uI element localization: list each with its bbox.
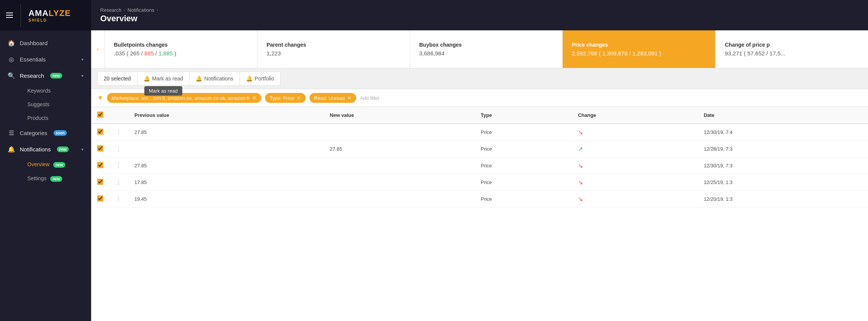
row-type: Price [475,157,572,174]
row-prev-value: 19.45 [128,191,324,208]
sidebar-item-settings[interactable]: Settings new [20,172,91,186]
sidebar: AMALYZE SHIELD 🏠 Dashboard ◎ Essentials … [0,0,91,321]
row-date: 12/30/19, 7:3 [698,157,868,174]
table-header-type[interactable]: Type [475,107,572,124]
row-type: Price [475,141,572,157]
topbar: Research › Notifications › Overview [91,0,868,30]
row-new-value [324,157,475,174]
stat-parent[interactable]: Parent changes 1,223 [257,30,410,68]
filter-marketplace-close[interactable]: ✕ [252,95,257,101]
select-all-checkbox[interactable] [97,112,103,118]
add-filter-button[interactable]: Add filter [360,95,379,101]
sidebar-item-label: Suggests [27,101,49,107]
filter-read-close[interactable]: ✕ [347,95,352,101]
row-prev-value: 17.85 [128,174,324,191]
stat-price[interactable]: Price changes 2,592,769 ( 1,309,678 / 1,… [563,30,715,68]
sidebar-item-notifications[interactable]: 🔔 Notifications new ▾ [0,141,91,157]
dots-icon[interactable]: ⋮ [115,129,122,135]
row-new-value [324,191,475,208]
selected-count: 20 selected [97,71,137,86]
stat-buybox[interactable]: Buybox changes 3,686,984 [410,30,563,68]
dots-icon[interactable]: ⋮ [115,196,122,202]
row-checkbox[interactable] [97,129,103,135]
row-checkbox-cell[interactable] [91,124,109,141]
row-checkbox[interactable] [97,195,103,201]
row-checkbox[interactable] [97,145,103,151]
row-prev-value: 27.85 [128,124,324,141]
stats-row: ‹ Bulletpoints changes ,035 ( 265 / 885 … [91,30,868,68]
notifications-tab-label: Notifications [204,76,233,82]
stat-change-price[interactable]: Change of price p 93,271 ( 57,652 / 17,5… [715,30,868,68]
breadcrumb-notifications[interactable]: Notifications [128,7,155,13]
breadcrumb-sep-1: › [124,7,125,13]
table-header-checkbox[interactable] [91,107,109,124]
table-header-date[interactable]: Date [698,107,868,124]
row-change: ↗ [572,141,698,157]
stats-prev-button[interactable]: ‹ [91,30,105,68]
table-row: ⋮ 27.85 Price ↘ 12/30/19, 7:4 [91,124,868,141]
sidebar-item-products[interactable]: Products [20,111,91,125]
row-dots-cell[interactable]: ⋮ [109,157,128,174]
row-dots-cell[interactable]: ⋮ [109,174,128,191]
sidebar-item-suggests[interactable]: Suggests [20,98,91,111]
sidebar-item-overview[interactable]: Overview new [20,157,91,172]
table-header-new-value[interactable]: New value [324,107,475,124]
sidebar-item-categories[interactable]: ☰ Categories soon [0,125,91,141]
table-header-change[interactable]: Change [572,107,698,124]
chevron-down-icon: ▾ [81,73,84,79]
stat-price-part1: 1,309,678 [602,50,628,57]
essentials-icon: ◎ [8,56,15,63]
row-checkbox-cell[interactable] [91,174,109,191]
table-header-dots [109,107,128,124]
stat-buybox-value: 3,686,984 [419,50,553,57]
hamburger-menu[interactable] [6,13,13,18]
row-new-value: 27.85 [324,141,475,157]
sidebar-item-label: Notifications [20,146,51,153]
row-change: ↘ [572,157,698,174]
row-checkbox-cell[interactable] [91,191,109,208]
row-prev-value [128,141,324,157]
mark-as-read-button[interactable]: 🔔 Mark as read Mark as read [137,71,190,86]
portfolio-tab-button[interactable]: 🔔 Portfolio [240,71,281,86]
arrow-up-icon: ↗ [578,146,583,152]
row-dots-cell[interactable]: ⋮ [109,141,128,157]
row-checkbox[interactable] [97,179,103,185]
arrow-down-icon: ↘ [578,196,583,202]
stat-bulletpoints[interactable]: Bulletpoints changes ,035 ( 265 / 885 / … [105,30,257,68]
row-dots-cell[interactable]: ⋮ [109,124,128,141]
filter-type[interactable]: Type: Price ✕ [265,93,306,103]
dots-icon[interactable]: ⋮ [115,179,122,186]
sidebar-item-research[interactable]: 🔍 Research new ▾ [0,68,91,84]
filter-type-close[interactable]: ✕ [297,95,301,101]
notifications-tab-button[interactable]: 🔔 Notifications [189,71,240,86]
filter-marketplace[interactable]: Marketplace: am…zon.it, amazon.es, amazo… [107,93,261,103]
mark-as-read-label: Mark as read [152,76,183,82]
sidebar-item-essentials[interactable]: ◎ Essentials ▾ [0,51,91,68]
logo: AMALYZE SHIELD [28,8,71,22]
breadcrumb-research[interactable]: Research [100,7,122,13]
sidebar-item-keywords[interactable]: Keywords [20,84,91,98]
stat-price-end: ) [658,50,661,57]
dots-icon[interactable]: ⋮ [115,162,122,169]
table-container: Previous value New value Type Change Dat… [91,107,868,321]
row-checkbox[interactable] [97,162,103,168]
row-checkbox-cell[interactable] [91,157,109,174]
filter-read[interactable]: Read: Unread ✕ [309,93,356,103]
chevron-down-icon: ▾ [81,147,84,152]
row-type: Price [475,174,572,191]
row-dots-cell[interactable]: ⋮ [109,191,128,208]
arrow-down-icon: ↘ [578,179,583,186]
logo-name: AMALYZE [28,8,71,18]
bell-portfolio-icon: 🔔 [246,76,253,82]
page-title: Overview [100,14,158,24]
row-prev-value: 27.85 [128,157,324,174]
notifications-new-badge: new [57,146,69,152]
stat-price-part2: 1,283,091 [632,50,658,57]
row-checkbox-cell[interactable] [91,141,109,157]
sidebar-item-dashboard[interactable]: 🏠 Dashboard [0,35,91,51]
sidebar-item-label: Research [20,72,44,79]
filter-icon[interactable]: ▼ [97,94,103,101]
stat-bulletpoints-value: ,035 ( 265 / 885 / 1,885 ) [114,50,248,57]
dots-icon[interactable]: ⋮ [115,146,122,152]
table-header-prev-value[interactable]: Previous value [128,107,324,124]
